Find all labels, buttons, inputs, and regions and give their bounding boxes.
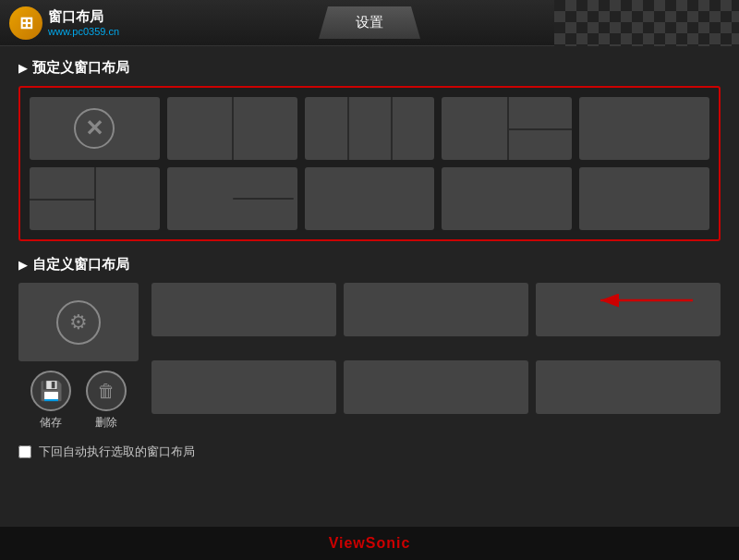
- checkbox-row: 下回自动执行选取的窗口布局: [18, 444, 721, 460]
- settings-tab[interactable]: 设置: [319, 6, 420, 39]
- preset-item-4[interactable]: [442, 97, 572, 160]
- preset-item-2[interactable]: [167, 97, 297, 160]
- layout-divider: [30, 167, 160, 230]
- preset-label: 预定义窗口布局: [32, 59, 129, 77]
- layout-divider: [167, 97, 297, 160]
- app-name: 窗口布局: [48, 8, 119, 26]
- custom-slot-1[interactable]: [151, 283, 336, 336]
- custom-section: ▶ 自定义窗口布局 ⚙ 💾 储存 🗑 删除: [18, 256, 721, 431]
- custom-label: 自定义窗口布局: [32, 256, 129, 274]
- footer-brand: ViewSonic: [329, 535, 411, 552]
- footer: ViewSonic: [0, 527, 739, 560]
- custom-slot-5[interactable]: [344, 360, 528, 414]
- save-label: 储存: [40, 415, 62, 431]
- preset-layout-grid: ✕: [30, 97, 709, 230]
- custom-grid-area: ⚙ 💾 储存 🗑 删除: [18, 283, 721, 431]
- custom-slot-2[interactable]: [344, 283, 528, 336]
- custom-right-grid: [151, 283, 721, 431]
- custom-slot-6[interactable]: [536, 360, 721, 414]
- checker-decoration: [554, 0, 739, 46]
- preset-item-5[interactable]: [579, 97, 709, 160]
- title-bar-left: ⊞ 窗口布局 www.pc0359.cn: [0, 6, 577, 40]
- layout-divider: [442, 97, 572, 160]
- main-content: ▶ 预定义窗口布局 ✕: [0, 46, 739, 527]
- preset-item-6[interactable]: [30, 167, 160, 230]
- custom-slot-4[interactable]: [151, 360, 336, 414]
- preset-item-8[interactable]: [305, 167, 435, 230]
- custom-slot-3[interactable]: [536, 283, 721, 336]
- custom-left: ⚙ 💾 储存 🗑 删除: [18, 283, 139, 431]
- preset-item-3[interactable]: [305, 97, 435, 160]
- save-icon: 💾: [30, 371, 71, 411]
- delete-icon: 🗑: [86, 371, 127, 411]
- custom-main-item[interactable]: ⚙: [18, 283, 139, 361]
- layout-divider: [305, 97, 435, 160]
- wrench-icon: ⚙: [56, 300, 101, 345]
- app-sub: www.pc0359.cn: [48, 26, 119, 37]
- app-name-group: 窗口布局 www.pc0359.cn: [48, 8, 119, 37]
- save-button[interactable]: 💾 储存: [30, 371, 71, 431]
- delete-label: 删除: [95, 415, 117, 431]
- preset-grid-container: ✕: [18, 86, 721, 241]
- preset-section-header[interactable]: ▶ 预定义窗口布局: [18, 59, 721, 77]
- preset-item-7[interactable]: [167, 167, 297, 230]
- app-logo: ⊞: [9, 6, 42, 40]
- preset-item-10[interactable]: [579, 167, 709, 230]
- custom-chevron: ▶: [18, 259, 27, 272]
- x-icon: ✕: [74, 108, 115, 149]
- title-bar: ⊞ 窗口布局 www.pc0359.cn 设置 ViewSplit — ✕: [0, 0, 739, 46]
- auto-execute-checkbox[interactable]: [18, 445, 31, 458]
- checkbox-label: 下回自动执行选取的窗口布局: [39, 444, 195, 460]
- delete-button[interactable]: 🗑 删除: [86, 371, 127, 431]
- preset-item-1[interactable]: ✕: [30, 97, 160, 160]
- custom-section-header[interactable]: ▶ 自定义窗口布局: [18, 256, 721, 274]
- action-buttons: 💾 储存 🗑 删除: [30, 371, 127, 431]
- preset-item-9[interactable]: [442, 167, 572, 230]
- title-bar-center: 设置: [319, 6, 420, 39]
- preset-chevron: ▶: [18, 62, 27, 75]
